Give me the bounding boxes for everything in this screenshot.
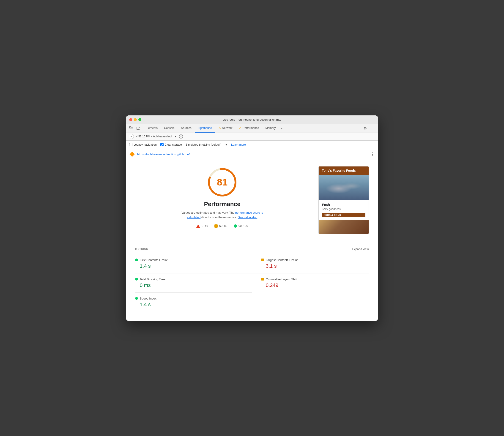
tbt-label: Total Blocking Time (140, 278, 165, 281)
maximize-button[interactable] (138, 118, 141, 121)
cls-label: Cumulative Layout Shift (266, 278, 297, 281)
close-button[interactable] (129, 118, 132, 121)
svg-rect-1 (137, 127, 139, 130)
clear-storage-checkbox[interactable] (160, 143, 164, 146)
toolbar: + 4:57:16 PM - foul-heavenly-di ▼ (126, 133, 378, 141)
warning-icon: ⚠ (218, 127, 221, 130)
food-title: Fesh (322, 203, 365, 207)
lcp-status-icon (261, 259, 264, 261)
throttling-dropdown-icon[interactable]: ▼ (225, 143, 228, 146)
fcp-value: 1.4 s (140, 263, 243, 269)
minimize-button[interactable] (134, 118, 137, 121)
svg-rect-2 (139, 127, 140, 129)
window-title: DevTools - foul-heavenly-direction.glitc… (223, 118, 281, 121)
tab-lighthouse[interactable]: Lighthouse (195, 124, 215, 133)
url-text: https://foul-heavenly-direction.glitch.m… (137, 153, 368, 156)
legend-average: 50–89 (214, 224, 227, 228)
tabs-list: Elements Console Sources Lighthouse ⚠ Ne… (143, 124, 279, 133)
toolbar-timestamp: 4:57:16 PM - foul-heavenly-di (136, 135, 172, 138)
preview-card: Tony's Favorite Foods Fesh Salty goodnes… (318, 166, 369, 234)
tab-elements[interactable]: Elements (143, 124, 161, 133)
options-bar: Legacy navigation Clear storage Simulate… (126, 141, 378, 149)
clear-storage-option[interactable]: Clear storage (160, 143, 182, 146)
good-icon (234, 224, 237, 228)
score-number: 81 (217, 177, 228, 188)
legend-fail: 0–49 (196, 224, 208, 228)
url-more-button[interactable]: ⋮ (370, 152, 375, 157)
preview-card-body: Fesh Salty goodness PROS & CONS (319, 200, 369, 220)
preview-section: Tony's Favorite Foods Fesh Salty goodnes… (318, 166, 369, 234)
main-content: 81 Performance Values are estimated and … (126, 159, 378, 243)
legacy-nav-checkbox[interactable] (129, 143, 132, 146)
titlebar: DevTools - foul-heavenly-direction.glitc… (126, 115, 378, 124)
pros-cons-button[interactable]: PROS & CONS (322, 213, 365, 217)
fail-range: 0–49 (202, 224, 208, 228)
timestamp-dropdown-icon[interactable]: ▼ (174, 135, 177, 138)
fish-image (319, 175, 369, 200)
expand-view-button[interactable]: Expand view (352, 247, 369, 251)
calculator-link[interactable]: See calculator. (238, 216, 257, 219)
no-throttle-icon (179, 134, 183, 138)
metric-lcp: Largest Contentful Paint 3.1 s (252, 254, 369, 273)
score-section: 81 Performance Values are estimated and … (135, 166, 309, 234)
settings-icon[interactable]: ⚙ (362, 125, 368, 131)
devtools-actions: ⚙ ⋮ (362, 125, 376, 131)
metric-cls: Cumulative Layout Shift 0.249 (252, 273, 369, 292)
svg-rect-0 (129, 127, 131, 128)
metrics-grid: First Contentful Paint 1.4 s Largest Con… (135, 254, 369, 312)
preview-card-image (319, 175, 369, 200)
tbt-value: 0 ms (140, 282, 243, 288)
preview-card-image2 (319, 220, 369, 234)
metric-fcp-label-row: First Contentful Paint (135, 258, 243, 262)
score-title: Performance (204, 200, 240, 208)
metric-lcp-label-row: Largest Contentful Paint (261, 258, 369, 262)
lcp-label: Largest Contentful Paint (266, 258, 298, 262)
more-options-icon[interactable]: ⋮ (370, 125, 376, 131)
metric-fcp: First Contentful Paint 1.4 s (135, 254, 252, 273)
tab-console[interactable]: Console (161, 124, 178, 133)
metrics-title: METRICS (135, 247, 148, 250)
cls-value: 0.249 (266, 282, 369, 288)
lcp-value: 3.1 s (266, 263, 369, 269)
tab-network[interactable]: ⚠ Network (215, 124, 236, 133)
devtools-window: DevTools - foul-heavenly-direction.glitc… (126, 115, 378, 321)
metric-cls-label-row: Cumulative Layout Shift (261, 278, 369, 281)
average-range: 50–89 (219, 224, 227, 228)
tab-memory[interactable]: Memory (262, 124, 279, 133)
fail-icon (196, 224, 200, 228)
good-range: 90–100 (238, 224, 248, 228)
tabs-more-button[interactable]: » (279, 127, 284, 130)
si-value: 1.4 s (140, 302, 243, 308)
score-description: Values are estimated and may vary. The p… (176, 210, 268, 220)
food-subtitle: Salty goodness (322, 208, 365, 211)
add-button[interactable]: + (129, 134, 134, 139)
tab-performance[interactable]: ⚠ Performance (236, 124, 262, 133)
si-label: Speed Index (140, 297, 156, 300)
inspect-element-icon[interactable] (128, 125, 134, 131)
tab-sources[interactable]: Sources (178, 124, 195, 133)
fcp-label: First Contentful Paint (140, 258, 167, 262)
warning-icon: ⚠ (239, 127, 242, 130)
devtools-tab-bar: Elements Console Sources Lighthouse ⚠ Ne… (126, 124, 378, 133)
cls-status-icon (261, 278, 264, 281)
average-icon (214, 224, 218, 228)
fcp-status-icon (135, 259, 138, 261)
tbt-status-icon (135, 278, 138, 281)
metrics-header: METRICS Expand view (135, 243, 369, 254)
device-toolbar-icon[interactable] (135, 125, 142, 131)
metrics-section: METRICS Expand view First Contentful Pai… (126, 243, 378, 321)
site-icon: 🔶 (129, 151, 135, 157)
learn-more-link[interactable]: Learn more (231, 143, 246, 146)
metric-tbt-label-row: Total Blocking Time (135, 278, 243, 281)
metric-si: Speed Index 1.4 s (135, 292, 252, 312)
metric-tbt: Total Blocking Time 0 ms (135, 273, 252, 292)
traffic-lights (129, 118, 141, 121)
throttling-label: Simulated throttling (default) (186, 143, 221, 146)
preview-card-header: Tony's Favorite Foods (319, 166, 369, 175)
si-status-icon (135, 297, 138, 300)
score-circle: 81 (206, 166, 238, 198)
score-legend: 0–49 50–89 90–100 (196, 224, 248, 228)
metric-si-label-row: Speed Index (135, 297, 243, 300)
legend-good: 90–100 (234, 224, 248, 228)
legacy-nav-option[interactable]: Legacy navigation (129, 143, 157, 146)
